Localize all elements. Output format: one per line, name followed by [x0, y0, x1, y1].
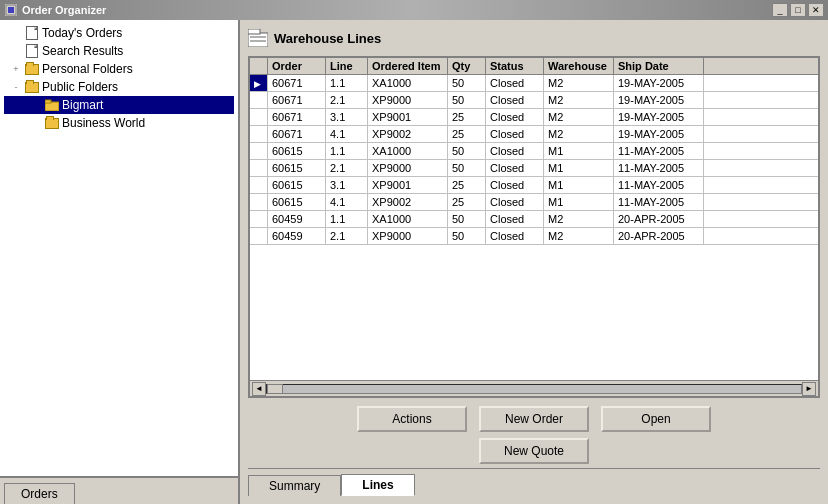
cell-qty: 50 [448, 211, 486, 227]
left-panel: Today's Orders Search Results + Personal… [0, 20, 240, 504]
sidebar-item-personal-folders[interactable]: + Personal Folders [4, 60, 234, 78]
cell-shipdate: 19-MAY-2005 [614, 109, 704, 125]
cell-status: Closed [486, 194, 544, 210]
actions-button[interactable]: Actions [357, 406, 467, 432]
horizontal-scrollbar[interactable]: ◄ ► [250, 380, 818, 396]
cell-item: XP9002 [368, 126, 448, 142]
app-title: Order Organizer [22, 4, 768, 16]
row-selector[interactable]: ▶ [250, 75, 268, 91]
cell-order: 60615 [268, 143, 326, 159]
table-row[interactable]: 606712.1XP900050ClosedM219-MAY-2005 [250, 92, 818, 109]
cell-shipdate: 11-MAY-2005 [614, 177, 704, 193]
svg-rect-3 [45, 100, 51, 103]
cell-line: 2.1 [326, 92, 368, 108]
col-header-sel [250, 58, 268, 74]
cell-line: 3.1 [326, 109, 368, 125]
table-row[interactable]: 606153.1XP900125ClosedM111-MAY-2005 [250, 177, 818, 194]
cell-line: 4.1 [326, 194, 368, 210]
scroll-right-button[interactable]: ► [802, 382, 816, 396]
tree-toggle-public-folders: - [8, 79, 24, 95]
row-selector[interactable] [250, 92, 268, 108]
tab-summary[interactable]: Summary [248, 475, 341, 496]
row-selector[interactable] [250, 228, 268, 244]
warehouse-lines-icon [248, 28, 268, 48]
table-row[interactable]: 606152.1XP900050ClosedM111-MAY-2005 [250, 160, 818, 177]
orders-tab[interactable]: Orders [4, 483, 75, 504]
cell-line: 1.1 [326, 75, 368, 91]
cell-warehouse: M2 [544, 211, 614, 227]
row-selector[interactable] [250, 177, 268, 193]
sidebar-item-label: Business World [62, 116, 145, 130]
tree-toggle-bigmart [28, 97, 44, 113]
maximize-button[interactable]: □ [790, 3, 806, 17]
cell-shipdate: 20-APR-2005 [614, 228, 704, 244]
cell-qty: 25 [448, 194, 486, 210]
tree-toggle-todays-orders [8, 25, 24, 41]
table-row[interactable]: 606713.1XP900125ClosedM219-MAY-2005 [250, 109, 818, 126]
cell-warehouse: M2 [544, 228, 614, 244]
tree-toggle-search-results [8, 43, 24, 59]
row-selector[interactable] [250, 211, 268, 227]
row-selector[interactable] [250, 126, 268, 142]
close-button[interactable]: ✕ [808, 3, 824, 17]
table-row[interactable]: 604592.1XP900050ClosedM220-APR-2005 [250, 228, 818, 245]
row-selector[interactable] [250, 143, 268, 159]
cell-order: 60671 [268, 92, 326, 108]
cell-shipdate: 19-MAY-2005 [614, 92, 704, 108]
table-row[interactable]: 606151.1XA100050ClosedM111-MAY-2005 [250, 143, 818, 160]
cell-shipdate: 20-APR-2005 [614, 211, 704, 227]
cell-qty: 50 [448, 92, 486, 108]
row-selector[interactable] [250, 160, 268, 176]
table-row[interactable]: 604591.1XA100050ClosedM220-APR-2005 [250, 211, 818, 228]
col-header-line: Line [326, 58, 368, 74]
sidebar-item-public-folders[interactable]: - Public Folders [4, 78, 234, 96]
row-selector[interactable] [250, 109, 268, 125]
tree-toggle-personal-folders: + [8, 61, 24, 77]
cell-qty: 50 [448, 160, 486, 176]
table-row[interactable]: 606714.1XP900225ClosedM219-MAY-2005 [250, 126, 818, 143]
minimize-button[interactable]: _ [772, 3, 788, 17]
tree-container: Today's Orders Search Results + Personal… [0, 20, 238, 476]
table-row[interactable]: 606154.1XP900225ClosedM111-MAY-2005 [250, 194, 818, 211]
tree-toggle-business-world [28, 115, 44, 131]
title-bar-buttons: _ □ ✕ [772, 3, 824, 17]
sidebar-item-label: Search Results [42, 44, 123, 58]
table-row[interactable]: ▶606711.1XA100050ClosedM219-MAY-2005 [250, 75, 818, 92]
new-quote-button[interactable]: New Quote [479, 438, 589, 464]
scrollbar-track[interactable] [266, 384, 802, 394]
svg-rect-4 [248, 33, 268, 47]
cell-warehouse: M1 [544, 143, 614, 159]
sidebar-item-todays-orders[interactable]: Today's Orders [4, 24, 234, 42]
cell-item: XP9002 [368, 194, 448, 210]
cell-warehouse: M2 [544, 109, 614, 125]
cell-warehouse: M1 [544, 177, 614, 193]
cell-status: Closed [486, 143, 544, 159]
folder-icon [44, 116, 60, 130]
right-bottom-tab-bar: Summary Lines [248, 468, 820, 496]
row-selector[interactable] [250, 194, 268, 210]
grid-header: Order Line Ordered Item Qty Status Wareh… [250, 58, 818, 75]
open-button[interactable]: Open [601, 406, 711, 432]
col-header-shipdate: Ship Date [614, 58, 704, 74]
cell-item: XP9001 [368, 177, 448, 193]
col-header-status: Status [486, 58, 544, 74]
sidebar-item-business-world[interactable]: Business World [4, 114, 234, 132]
tab-lines[interactable]: Lines [341, 474, 414, 496]
cell-status: Closed [486, 109, 544, 125]
cell-line: 2.1 [326, 160, 368, 176]
cell-order: 60671 [268, 109, 326, 125]
sidebar-item-bigmart[interactable]: Bigmart [4, 96, 234, 114]
main-container: Today's Orders Search Results + Personal… [0, 20, 828, 504]
sidebar-item-search-results[interactable]: Search Results [4, 42, 234, 60]
col-header-qty: Qty [448, 58, 486, 74]
panel-header: Warehouse Lines [248, 28, 820, 48]
right-panel: Warehouse Lines Order Line Ordered Item … [240, 20, 828, 504]
new-order-button[interactable]: New Order [479, 406, 589, 432]
cell-order: 60459 [268, 211, 326, 227]
cell-order: 60459 [268, 228, 326, 244]
cell-qty: 25 [448, 126, 486, 142]
col-header-item: Ordered Item [368, 58, 448, 74]
scroll-left-button[interactable]: ◄ [252, 382, 266, 396]
scrollbar-thumb[interactable] [267, 384, 283, 394]
cell-line: 2.1 [326, 228, 368, 244]
